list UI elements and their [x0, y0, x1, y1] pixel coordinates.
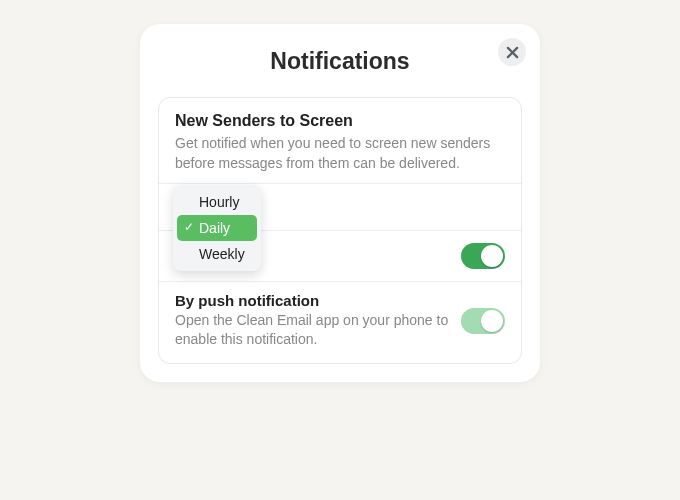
modal-title: Notifications	[140, 48, 540, 75]
close-icon	[506, 46, 519, 59]
frequency-dropdown[interactable]: Hourly Daily Weekly	[173, 185, 261, 271]
email-toggle[interactable]	[461, 243, 505, 269]
notifications-modal: Notifications New Senders to Screen Get …	[140, 24, 540, 382]
settings-card: New Senders to Screen Get notified when …	[158, 97, 522, 364]
frequency-option-hourly[interactable]: Hourly	[177, 189, 257, 215]
push-label: By push notification	[175, 292, 461, 309]
frequency-option-daily[interactable]: Daily	[177, 215, 257, 241]
push-description: Open the Clean Email app on your phone t…	[175, 311, 461, 349]
close-button[interactable]	[498, 38, 526, 66]
push-toggle[interactable]	[461, 308, 505, 334]
push-row: By push notification Open the Clean Emai…	[159, 282, 521, 363]
toggle-knob	[481, 245, 503, 267]
section-description: Get notified when you need to screen new…	[175, 134, 505, 173]
toggle-knob	[481, 310, 503, 332]
card-header: New Senders to Screen Get notified when …	[159, 98, 521, 183]
frequency-option-weekly[interactable]: Weekly	[177, 241, 257, 267]
section-title: New Senders to Screen	[175, 112, 505, 130]
